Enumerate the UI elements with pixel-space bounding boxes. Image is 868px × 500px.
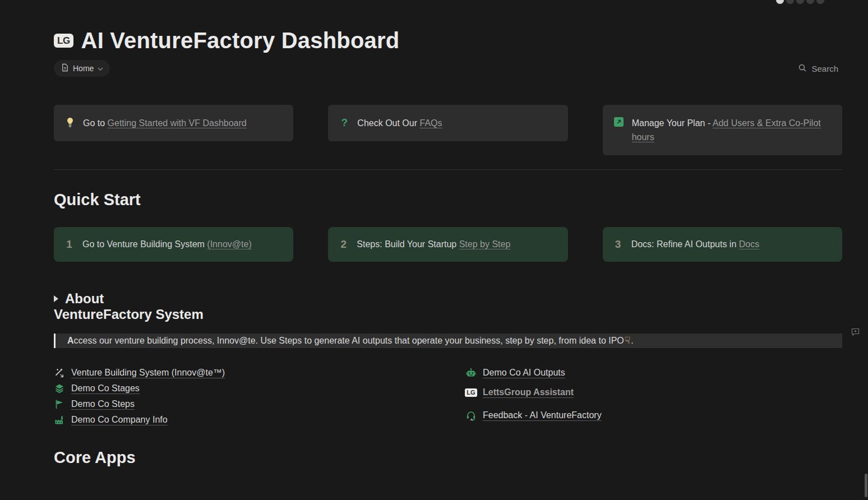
avatar[interactable] <box>796 0 805 4</box>
callout-row: Go to Getting Started with VF Dashboard … <box>54 105 842 155</box>
avatar[interactable] <box>775 0 784 4</box>
page-logo-badge[interactable]: LG <box>54 34 73 48</box>
headset-icon <box>465 410 477 421</box>
avatar[interactable] <box>816 0 825 4</box>
lg-badge-icon: LG <box>465 388 477 397</box>
getting-started-link[interactable]: Getting Started with VF Dashboard <box>108 118 247 128</box>
callout-getting-started: Go to Getting Started with VF Dashboard <box>54 105 293 141</box>
links-column-left: Venture Building System (Innov@te™) Demo… <box>54 365 465 428</box>
step-number-badge: 1 <box>64 238 74 251</box>
about-toggle[interactable]: About <box>54 291 842 307</box>
quote-block: Access our venture building process, Inn… <box>54 334 842 348</box>
callout-faqs: ? Check Out Our FAQs <box>328 105 567 141</box>
quick-start-heading: Quick Start <box>54 191 842 209</box>
link-demo-co-company-info[interactable]: Demo Co Company Info <box>54 412 465 428</box>
step-number-badge: 2 <box>339 238 348 251</box>
factory-icon <box>54 415 65 425</box>
innovate-link[interactable]: (Innov@te) <box>207 239 251 249</box>
callout-text: Check Out Our FAQs <box>357 116 442 130</box>
links-column-right: Demo Co AI Outputs LG LettsGroup Assista… <box>465 365 842 428</box>
docs-link[interactable]: Docs <box>739 239 759 249</box>
search-icon <box>798 63 807 74</box>
question-mark-icon: ? <box>339 116 350 130</box>
breadcrumb-label: Home <box>73 64 94 73</box>
core-apps-heading: Core Apps <box>54 448 842 467</box>
quick-start-step-2: 2 Steps: Build Your Startup Step by Step <box>328 227 567 262</box>
about-heading: About <box>65 291 104 307</box>
lightbulb-icon <box>64 116 76 130</box>
layers-icon <box>54 383 65 393</box>
up-right-arrow-icon <box>613 116 625 144</box>
callout-text: Manage Your Plan - Add Users & Extra Co-… <box>632 116 833 144</box>
chevron-down-icon[interactable] <box>98 64 103 73</box>
step-number-badge: 3 <box>613 238 623 251</box>
breadcrumb-home-button[interactable]: Home <box>54 60 110 77</box>
document-icon <box>61 63 69 73</box>
callout-text: Go to Getting Started with VF Dashboard <box>83 116 247 130</box>
quick-start-step-3: 3 Docs: Refine AI Outputs in Docs <box>603 227 842 262</box>
quick-start-row: 1 Go to Venture Building System (Innov@t… <box>54 227 842 262</box>
page-header: LG AI VentureFactory Dashboard <box>54 28 842 53</box>
faqs-link[interactable]: FAQs <box>419 118 442 128</box>
toggle-triangle-icon[interactable] <box>54 295 58 302</box>
down-pointing-hand-icon: ☟ <box>624 335 631 346</box>
presence-avatars[interactable] <box>775 0 825 4</box>
link-lettsgroup-assistant[interactable]: LG LettsGroup Assistant <box>465 385 842 400</box>
divider <box>54 169 842 170</box>
search-label: Search <box>811 64 838 73</box>
step-by-step-link[interactable]: Step by Step <box>459 239 511 249</box>
venturefactory-heading: VentureFactory System <box>54 307 842 322</box>
links-section: Venture Building System (Innov@te™) Demo… <box>54 365 842 428</box>
avatar[interactable] <box>806 0 815 4</box>
link-feedback[interactable]: Feedback - AI VentureFactory <box>465 408 842 423</box>
link-demo-co-steps[interactable]: Demo Co Steps <box>54 396 465 412</box>
scrollbar-thumb[interactable] <box>865 474 867 497</box>
quick-start-step-1: 1 Go to Venture Building System (Innov@t… <box>54 227 293 262</box>
link-venture-building-system[interactable]: Venture Building System (Innov@te™) <box>54 365 465 381</box>
add-comment-icon[interactable] <box>851 327 860 339</box>
link-demo-co-stages[interactable]: Demo Co Stages <box>54 381 465 396</box>
magic-wand-icon <box>54 368 65 378</box>
avatar[interactable] <box>786 0 795 4</box>
robot-icon <box>465 368 477 378</box>
page-title: AI VentureFactory Dashboard <box>81 28 400 53</box>
search-button[interactable]: Search <box>798 63 838 74</box>
notion-page: LG AI VentureFactory Dashboard Home Sear… <box>0 0 868 500</box>
callout-manage-plan: Manage Your Plan - Add Users & Extra Co-… <box>603 105 842 155</box>
link-demo-co-ai-outputs[interactable]: Demo Co AI Outputs <box>465 365 842 381</box>
flag-icon <box>54 399 65 409</box>
